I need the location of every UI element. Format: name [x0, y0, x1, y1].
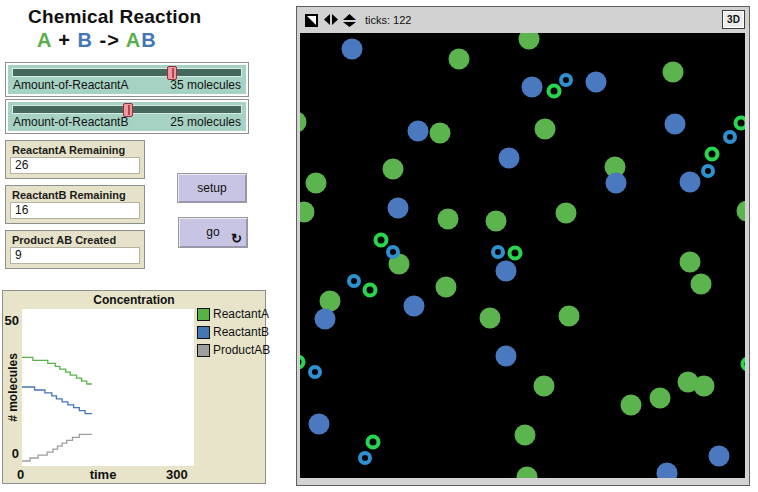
monitor-value: 16 [10, 202, 140, 219]
ticks-counter: ticks: 122 [365, 14, 411, 26]
legend-swatch-productAB [197, 344, 210, 357]
molecule-reactantA [480, 308, 501, 329]
molecule-reactantA [300, 202, 315, 223]
formula-token: + [52, 29, 78, 51]
x-axis-label: time [58, 467, 148, 482]
monitor-label: ReactantA Remaining [12, 144, 125, 156]
setup-button[interactable]: setup [177, 173, 247, 203]
molecule-reactantB [586, 72, 607, 93]
legend-label: ReactantB [213, 325, 269, 339]
molecule-productAB-blue-ring [386, 245, 400, 259]
molecule-reactantB [499, 148, 520, 169]
molecule-reactantB [342, 39, 363, 60]
molecule-reactantB [315, 309, 336, 330]
molecule-reactantA [621, 395, 642, 416]
slider-amount-of-reactantA[interactable]: Amount-of-ReactantA 35 molecules [5, 62, 249, 97]
molecule-reactantA [680, 252, 701, 273]
molecule-reactantB [404, 296, 425, 317]
slider-amount-of-reactantB[interactable]: Amount-of-ReactantB 25 molecules [5, 99, 249, 134]
slider-label: Amount-of-ReactantB [13, 115, 128, 129]
molecule-productAB-green-ring [547, 84, 562, 99]
monitor-label: Product AB Created [12, 234, 116, 246]
world-view: ticks: 122 3D [296, 6, 750, 486]
app-window: Chemical Reaction A + B -> AB Amount-of-… [0, 0, 758, 492]
molecule-reactantA [517, 467, 538, 479]
legend-swatch-reactantB [197, 326, 210, 339]
molecule-reactantA [694, 376, 715, 397]
formula-token: B [78, 29, 93, 51]
molecule-reactantB [606, 173, 627, 194]
molecule-reactantB [680, 172, 701, 193]
molecule-reactantA [306, 173, 327, 194]
molecule-productAB-blue-ring [559, 73, 573, 87]
horizontal-arrows-icon[interactable] [324, 14, 338, 25]
molecule-productAB-green-ring [508, 246, 523, 261]
page-title: Chemical Reaction [28, 6, 201, 28]
world-canvas [300, 33, 745, 478]
molecule-reactantB [496, 261, 517, 282]
slider-track[interactable] [12, 68, 242, 77]
vertical-arrows-icon[interactable] [343, 14, 356, 27]
molecule-productAB-green-ring [374, 233, 389, 248]
concentration-plot: Concentration 50 0 0 time 300 # molecule… [2, 290, 266, 484]
molecule-reactantA [486, 211, 507, 232]
legend-row-reactantB: ReactantB [197, 323, 270, 341]
plot-line-ReactantA [22, 357, 92, 384]
reaction-formula: A + B -> AB [37, 29, 157, 52]
molecule-reactantB [709, 446, 730, 467]
go-button-label: go [206, 225, 219, 239]
formula-token: A [126, 29, 141, 51]
molecule-productAB-green-ring [366, 435, 381, 450]
molecule-reactantA [535, 119, 556, 140]
molecule-reactantB [496, 346, 517, 367]
forever-loop-icon: ↻ [231, 232, 242, 245]
molecule-reactantA [300, 112, 307, 133]
go-button[interactable]: go ↻ [178, 217, 248, 248]
diagonal-resize-icon[interactable] [305, 14, 318, 27]
legend-row-reactantA: ReactantA [197, 305, 270, 323]
molecule-productAB-blue-ring [358, 451, 372, 465]
legend-label: ReactantA [213, 307, 269, 321]
slider-label: Amount-of-ReactantA [13, 78, 128, 92]
monitor-label: ReactantB Remaining [12, 189, 126, 201]
molecule-reactantB [665, 114, 686, 135]
plot-line-ReactantB [22, 387, 92, 414]
formula-token: -> [93, 29, 126, 51]
molecule-reactantB [309, 414, 330, 435]
plot-legend: ReactantA ReactantB ProductAB [197, 305, 270, 359]
molecule-reactantA [438, 209, 459, 230]
formula-token: B [141, 29, 156, 51]
molecule-reactantA [737, 201, 746, 222]
x-axis-max-label: 300 [166, 467, 188, 482]
legend-swatch-reactantA [197, 308, 210, 321]
molecule-reactantB [408, 121, 429, 142]
molecule-reactantA [556, 203, 577, 224]
plot-line-ProductAB [22, 434, 92, 461]
x-axis-min-label: 0 [17, 467, 24, 482]
molecule-reactantA [650, 388, 671, 409]
slider-value: 35 molecules [170, 78, 241, 92]
molecule-reactantA [430, 123, 451, 144]
formula-token: A [37, 29, 52, 51]
molecule-productAB-green-ring [741, 357, 746, 372]
molecule-reactantA [663, 62, 684, 83]
molecule-productAB-blue-ring [347, 274, 361, 288]
molecule-productAB-green-ring [705, 147, 720, 162]
molecule-reactantA [519, 33, 540, 50]
molecule-productAB-blue-ring [491, 245, 505, 259]
3d-view-button[interactable]: 3D [722, 10, 745, 29]
monitor-value: 9 [10, 247, 140, 264]
molecule-reactantB [657, 463, 678, 479]
molecule-reactantA [559, 306, 580, 327]
molecule-productAB-blue-ring [308, 365, 322, 379]
y-axis-label: # molecules [6, 343, 19, 433]
molecule-reactantA [691, 274, 712, 295]
molecule-productAB-blue-ring [701, 164, 715, 178]
monitor-reactantA-remaining: ReactantA Remaining 26 [5, 140, 145, 179]
molecule-productAB-green-ring [363, 283, 378, 298]
legend-row-productAB: ProductAB [197, 341, 270, 359]
molecule-productAB-green-ring [300, 355, 306, 370]
y-axis-max-label: 50 [3, 313, 19, 328]
monitor-value: 26 [10, 157, 140, 174]
molecule-reactantA [383, 159, 404, 180]
